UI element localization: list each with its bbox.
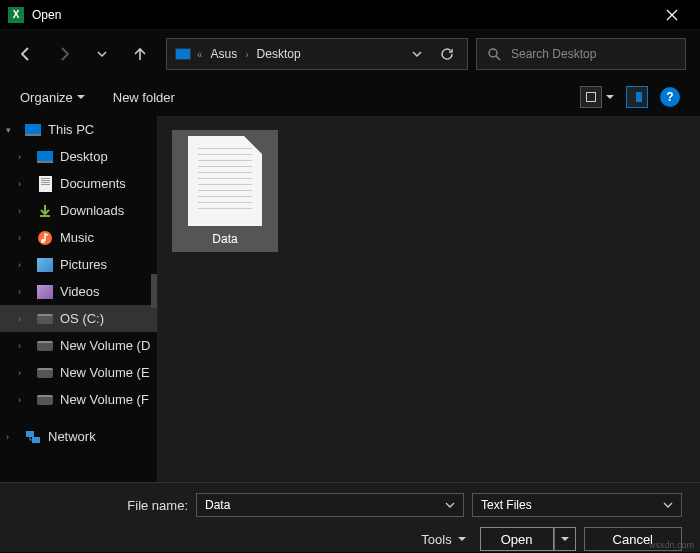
file-name-value: Data bbox=[205, 498, 230, 512]
organize-label: Organize bbox=[20, 90, 73, 105]
tree-label: Videos bbox=[60, 284, 100, 299]
chevron-down-icon: ▾ bbox=[6, 125, 18, 135]
file-view[interactable]: Data bbox=[158, 116, 700, 482]
caret-down-icon bbox=[561, 535, 569, 543]
path-segment[interactable]: Desktop bbox=[255, 47, 303, 61]
chevron-right-icon: › bbox=[18, 260, 30, 270]
tree-label: Documents bbox=[60, 176, 126, 191]
tree-videos[interactable]: › Videos bbox=[0, 278, 157, 305]
tree-label: Desktop bbox=[60, 149, 108, 164]
help-button[interactable]: ? bbox=[660, 87, 680, 107]
chevron-right-icon: › bbox=[18, 152, 30, 162]
tree-os-drive[interactable]: › OS (C:) bbox=[0, 305, 157, 332]
svg-rect-4 bbox=[32, 437, 40, 443]
new-folder-label: New folder bbox=[113, 90, 175, 105]
tree-volume-d[interactable]: › New Volume (D bbox=[0, 332, 157, 359]
file-type-select[interactable]: Text Files bbox=[472, 493, 682, 517]
tree-label: New Volume (F bbox=[60, 392, 149, 407]
text-file-icon bbox=[188, 136, 262, 226]
navigation-tree: ▾ This PC › Desktop › Documents › Downlo… bbox=[0, 116, 158, 482]
forward-button[interactable] bbox=[52, 42, 76, 66]
videos-icon bbox=[37, 285, 53, 299]
arrow-left-icon bbox=[18, 46, 34, 62]
watermark: wsxdn.com bbox=[649, 540, 694, 550]
music-icon bbox=[36, 229, 54, 247]
drive-icon bbox=[37, 395, 53, 405]
file-name-input[interactable]: Data bbox=[196, 493, 464, 517]
pictures-icon bbox=[37, 258, 53, 272]
tree-label: New Volume (E bbox=[60, 365, 150, 380]
tree-label: OS (C:) bbox=[60, 311, 104, 326]
view-icon bbox=[586, 92, 596, 102]
search-icon bbox=[487, 47, 501, 61]
chevron-down-icon bbox=[411, 48, 423, 60]
monitor-icon bbox=[25, 124, 41, 136]
chevron-right-icon: › bbox=[18, 341, 30, 351]
refresh-button[interactable] bbox=[435, 42, 459, 66]
address-dropdown[interactable] bbox=[405, 48, 429, 60]
tree-downloads[interactable]: › Downloads bbox=[0, 197, 157, 224]
chevron-down-icon bbox=[663, 500, 673, 510]
chevron-right-icon: › bbox=[18, 179, 30, 189]
file-item-data[interactable]: Data bbox=[172, 130, 278, 252]
chevron-down-icon bbox=[96, 48, 108, 60]
network-icon bbox=[24, 428, 42, 446]
window-title: Open bbox=[32, 8, 652, 22]
tools-menu[interactable]: Tools bbox=[421, 532, 465, 547]
open-label: Open bbox=[501, 532, 533, 547]
address-bar[interactable]: « Asus › Desktop bbox=[166, 38, 468, 70]
chevron-right-icon: › bbox=[18, 395, 30, 405]
monitor-icon bbox=[37, 151, 53, 163]
tools-label: Tools bbox=[421, 532, 451, 547]
scrollbar-thumb[interactable] bbox=[151, 274, 157, 308]
close-icon bbox=[666, 9, 678, 21]
chevron-right-icon: › bbox=[18, 206, 30, 216]
preview-pane-button[interactable] bbox=[626, 86, 648, 108]
new-folder-button[interactable]: New folder bbox=[113, 90, 175, 105]
path-segment[interactable]: Asus bbox=[209, 47, 240, 61]
search-placeholder: Search Desktop bbox=[511, 47, 596, 61]
file-label: Data bbox=[212, 232, 237, 246]
open-button[interactable]: Open bbox=[480, 527, 554, 551]
chevron-right-icon: › bbox=[18, 368, 30, 378]
tree-desktop[interactable]: › Desktop bbox=[0, 143, 157, 170]
view-options-button[interactable] bbox=[580, 86, 602, 108]
caret-down-icon bbox=[77, 93, 85, 101]
recent-button[interactable] bbox=[90, 42, 114, 66]
tree-this-pc[interactable]: ▾ This PC bbox=[0, 116, 157, 143]
tree-label: New Volume (D bbox=[60, 338, 150, 353]
tree-label: Network bbox=[48, 429, 96, 444]
tree-documents[interactable]: › Documents bbox=[0, 170, 157, 197]
preview-icon bbox=[636, 92, 642, 102]
organize-menu[interactable]: Organize bbox=[20, 90, 85, 105]
tree-volume-f[interactable]: › New Volume (F bbox=[0, 386, 157, 413]
close-button[interactable] bbox=[652, 0, 692, 30]
chevron-right-icon: › bbox=[18, 314, 30, 324]
arrow-right-icon bbox=[56, 46, 72, 62]
svg-point-0 bbox=[489, 49, 497, 57]
tree-volume-e[interactable]: › New Volume (E bbox=[0, 359, 157, 386]
back-button[interactable] bbox=[14, 42, 38, 66]
file-name-label: File name: bbox=[18, 498, 188, 513]
tree-label: Music bbox=[60, 230, 94, 245]
file-type-value: Text Files bbox=[481, 498, 532, 512]
arrow-up-icon bbox=[132, 46, 148, 62]
tree-network[interactable]: › Network bbox=[0, 423, 157, 450]
chevron-right-icon: › bbox=[245, 49, 248, 60]
tree-music[interactable]: › Music bbox=[0, 224, 157, 251]
chevron-right-icon: › bbox=[18, 233, 30, 243]
search-input[interactable]: Search Desktop bbox=[476, 38, 686, 70]
tree-label: Downloads bbox=[60, 203, 124, 218]
tree-label: Pictures bbox=[60, 257, 107, 272]
chevron-right-icon: › bbox=[6, 432, 18, 442]
monitor-icon bbox=[175, 48, 191, 60]
document-icon bbox=[39, 176, 52, 192]
drive-icon bbox=[37, 341, 53, 351]
excel-app-icon: X bbox=[8, 7, 24, 23]
tree-pictures[interactable]: › Pictures bbox=[0, 251, 157, 278]
chevron-right-icon: › bbox=[18, 287, 30, 297]
caret-down-icon[interactable] bbox=[606, 93, 614, 101]
open-dropdown[interactable] bbox=[554, 527, 576, 551]
path-separator-icon: « bbox=[197, 49, 203, 60]
up-button[interactable] bbox=[128, 42, 152, 66]
